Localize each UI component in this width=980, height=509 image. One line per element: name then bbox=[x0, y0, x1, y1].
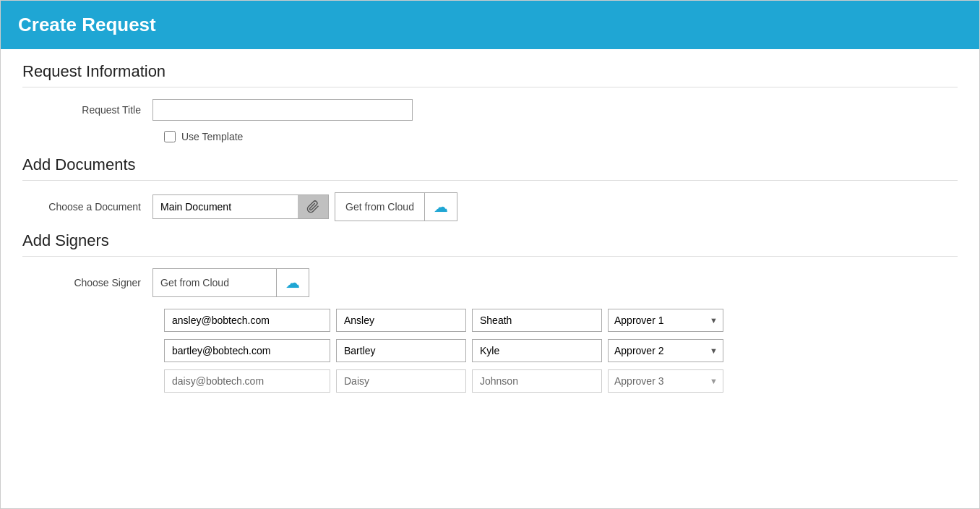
signer-2-firstname[interactable] bbox=[336, 339, 466, 362]
signer-3-firstname[interactable] bbox=[336, 369, 466, 393]
request-info-heading: Request Information bbox=[22, 62, 958, 87]
use-template-row: Use Template bbox=[22, 131, 958, 142]
add-documents-section: Add Documents Choose a Document bbox=[22, 155, 958, 221]
cloud-signer-icon: ☁ bbox=[285, 274, 300, 291]
request-title-label: Request Title bbox=[37, 104, 152, 116]
attach-button[interactable] bbox=[298, 195, 328, 218]
get-from-cloud-doc-button[interactable]: Get from Cloud bbox=[335, 196, 424, 218]
signer-2-role-wrapper: Approver 1 Approver 2 Approver 3 Signer … bbox=[608, 339, 723, 362]
add-documents-heading: Add Documents bbox=[22, 155, 958, 181]
signer-3-lastname[interactable] bbox=[472, 369, 602, 393]
request-info-section: Request Information Request Title Use Te… bbox=[22, 62, 958, 142]
choose-document-row: Choose a Document Get from Cloud bbox=[22, 192, 958, 221]
signer-3-email[interactable] bbox=[164, 369, 330, 393]
cloud-signer-icon-button[interactable]: ☁ bbox=[276, 269, 309, 296]
signer-1-firstname[interactable] bbox=[336, 309, 466, 332]
cloud-doc-icon-button[interactable]: ☁ bbox=[424, 193, 457, 221]
signer-1-role-wrapper: Approver 1 Approver 2 Approver 3 Signer … bbox=[608, 309, 723, 332]
signer-2-email[interactable] bbox=[164, 339, 330, 362]
signer-row-3: Approver 1 Approver 2 Approver 3 Signer … bbox=[164, 369, 958, 393]
signer-3-role-wrapper: Approver 1 Approver 2 Approver 3 Signer … bbox=[608, 369, 723, 393]
signer-1-role[interactable]: Approver 1 Approver 2 Approver 3 Signer … bbox=[608, 309, 723, 332]
content-area: Request Information Request Title Use Te… bbox=[1, 49, 979, 413]
get-from-cloud-doc-group: Get from Cloud ☁ bbox=[335, 192, 457, 221]
page-title: Create Request bbox=[18, 14, 156, 35]
choose-signer-input[interactable] bbox=[153, 272, 276, 294]
choose-signer-label: Choose Signer bbox=[37, 277, 152, 288]
signer-row-2: Approver 1 Approver 2 Approver 3 Signer … bbox=[164, 339, 958, 362]
signer-input-group: ☁ bbox=[152, 268, 309, 297]
request-title-row: Request Title bbox=[22, 99, 958, 121]
document-input-area: Get from Cloud ☁ bbox=[152, 192, 457, 221]
use-template-checkbox[interactable] bbox=[164, 131, 176, 142]
signer-1-lastname[interactable] bbox=[472, 309, 602, 332]
header: Create Request bbox=[1, 1, 979, 49]
page-container: Create Request Request Information Reque… bbox=[0, 0, 980, 509]
signer-2-lastname[interactable] bbox=[472, 339, 602, 362]
add-signers-heading: Add Signers bbox=[22, 231, 958, 257]
use-template-label: Use Template bbox=[181, 131, 243, 142]
signer-2-role[interactable]: Approver 1 Approver 2 Approver 3 Signer … bbox=[608, 339, 723, 362]
signer-1-email[interactable] bbox=[164, 309, 330, 332]
choose-document-label: Choose a Document bbox=[37, 201, 152, 213]
doc-input-group bbox=[152, 194, 329, 219]
request-title-input[interactable] bbox=[152, 99, 413, 121]
signer-3-role[interactable]: Approver 1 Approver 2 Approver 3 Signer … bbox=[608, 369, 723, 393]
cloud-doc-icon: ☁ bbox=[434, 198, 448, 215]
paperclip-icon bbox=[306, 200, 319, 213]
signers-table: Approver 1 Approver 2 Approver 3 Signer … bbox=[22, 309, 958, 393]
document-input[interactable] bbox=[153, 196, 298, 218]
add-signers-section: Add Signers Choose Signer ☁ bbox=[22, 231, 958, 393]
signer-row-1: Approver 1 Approver 2 Approver 3 Signer … bbox=[164, 309, 958, 332]
choose-signer-row: Choose Signer ☁ bbox=[22, 268, 958, 297]
